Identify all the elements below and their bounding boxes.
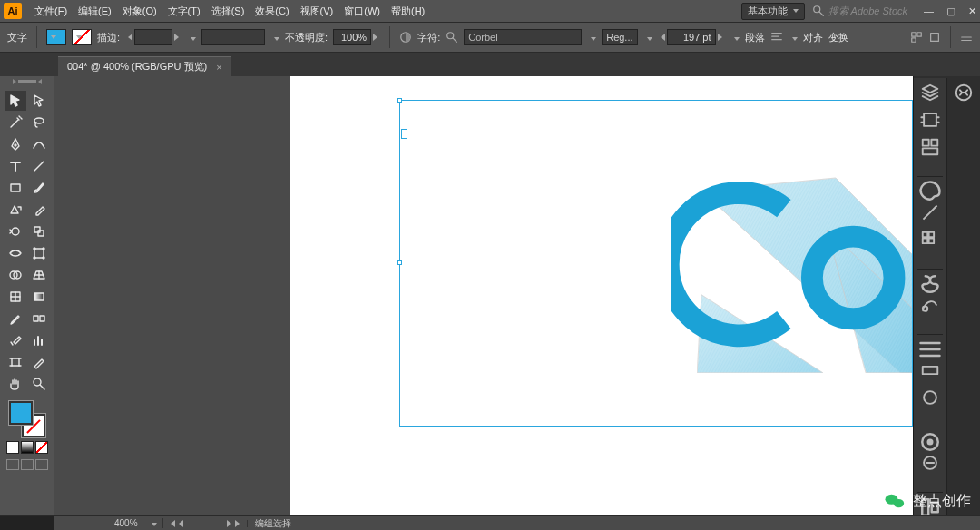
fill-color[interactable] (9, 401, 33, 425)
font-family-dropdown[interactable] (587, 32, 596, 43)
font-size-value[interactable]: 197 pt (667, 29, 716, 45)
asset-panel-icon[interactable] (920, 138, 940, 156)
free-transform-tool[interactable] (28, 243, 50, 263)
none-mode[interactable] (35, 441, 48, 454)
window-maximize-icon[interactable]: ▢ (946, 5, 956, 17)
paragraph-label[interactable]: 段落 (745, 31, 765, 44)
stroke-weight-value[interactable] (134, 29, 172, 45)
document-tab[interactable]: 004* @ 400% (RGB/GPU 预览) × (58, 56, 231, 76)
gradient-mode[interactable] (21, 441, 34, 454)
hand-tool[interactable] (5, 374, 26, 394)
paragraph-align-icon[interactable] (770, 31, 783, 44)
direct-selection-tool[interactable] (28, 91, 50, 111)
chevron-right-icon[interactable] (718, 34, 725, 41)
chevron-right-icon[interactable] (373, 34, 380, 41)
transparency-panel-icon[interactable] (920, 388, 940, 407)
brush-popup[interactable] (270, 32, 279, 43)
bridge-icon[interactable] (430, 0, 439, 22)
scale-tool[interactable] (28, 221, 50, 241)
shaper-tool[interactable] (5, 200, 26, 220)
stock-search[interactable]: 搜索 Adobe Stock (812, 5, 907, 18)
edit-mode-icon[interactable] (928, 31, 941, 44)
color-panel-icon[interactable] (917, 176, 943, 194)
gradient-panel-icon[interactable] (920, 361, 940, 379)
stroke-swatch[interactable] (72, 29, 92, 45)
fill-stroke-control[interactable] (9, 401, 45, 437)
artboards-panel-icon[interactable] (920, 111, 940, 129)
lasso-tool[interactable] (28, 113, 50, 132)
draw-normal[interactable] (6, 459, 19, 470)
artboard-nav[interactable] (163, 520, 248, 527)
blend-tool[interactable] (28, 309, 50, 329)
type-tool[interactable] (5, 156, 26, 176)
search-icon[interactable] (446, 31, 458, 44)
isolate-icon[interactable] (910, 31, 923, 44)
paintbrush-tool[interactable] (28, 178, 50, 198)
fill-swatch[interactable] (46, 29, 66, 45)
menu-file[interactable]: 文件(F) (29, 0, 73, 22)
draw-behind[interactable] (21, 459, 34, 470)
stroke-popup[interactable] (187, 32, 196, 43)
column-graph-tool[interactable] (28, 330, 50, 350)
width-tool[interactable] (5, 243, 26, 263)
curvature-tool[interactable] (28, 134, 50, 154)
transform-label[interactable]: 变换 (828, 31, 848, 44)
artboard-tool[interactable] (5, 352, 26, 372)
selection-handle[interactable] (397, 260, 402, 265)
menu-view[interactable]: 视图(V) (295, 0, 339, 22)
menu-object[interactable]: 对象(O) (117, 0, 162, 22)
line-tool[interactable] (28, 156, 50, 176)
graphic-styles-panel-icon[interactable] (920, 454, 940, 472)
paragraph-dropdown[interactable] (789, 32, 798, 43)
align-label[interactable]: 对齐 (803, 31, 823, 44)
selection-bounding-box[interactable] (399, 100, 913, 427)
rotate-tool[interactable] (5, 221, 26, 241)
menu-help[interactable]: 帮助(H) (386, 0, 430, 22)
chevron-left-icon[interactable] (179, 520, 183, 527)
stock-icon[interactable]: St (439, 0, 448, 22)
tools-grip[interactable] (7, 80, 47, 89)
arrange-icon[interactable] (448, 0, 457, 22)
stroke-panel-icon[interactable] (917, 334, 943, 352)
menu-window[interactable]: 窗口(W) (338, 0, 386, 22)
appearance-panel-icon[interactable] (917, 427, 943, 445)
chevron-left-icon[interactable] (658, 34, 665, 41)
menu-edit[interactable]: 编辑(E) (73, 0, 117, 22)
slice-tool[interactable] (28, 352, 50, 372)
libraries-panel-icon[interactable] (954, 83, 974, 102)
font-style-select[interactable]: Reg... (602, 29, 637, 45)
chevron-left-icon[interactable] (125, 34, 132, 41)
perspective-tool[interactable] (28, 265, 50, 285)
chevron-left-icon[interactable] (171, 520, 175, 527)
font-style-dropdown[interactable] (643, 32, 652, 43)
chevron-down-icon[interactable] (148, 518, 157, 528)
chevron-right-icon[interactable] (235, 520, 240, 527)
chevron-right-icon[interactable] (227, 520, 231, 527)
selection-handle[interactable] (397, 98, 402, 103)
brush-definition[interactable] (201, 29, 265, 45)
layers-panel-icon[interactable] (920, 83, 940, 102)
opacity-value[interactable]: 100% (333, 29, 371, 45)
pen-tool[interactable] (5, 134, 26, 154)
close-icon[interactable]: × (216, 62, 221, 73)
zoom-tool[interactable] (28, 374, 50, 394)
opacity-stepper[interactable]: 100% (333, 29, 380, 45)
symbols-panel-icon[interactable] (917, 269, 943, 287)
window-close-icon[interactable]: ✕ (968, 5, 976, 17)
menu-effect[interactable]: 效果(C) (250, 0, 294, 22)
swatches-panel-icon[interactable] (920, 231, 940, 249)
font-size-dropdown[interactable] (730, 32, 740, 43)
workspace-switcher[interactable]: 基本功能 (741, 3, 805, 20)
shape-builder-tool[interactable] (5, 265, 26, 285)
panel-menu-icon[interactable] (960, 31, 973, 44)
rectangle-tool[interactable] (5, 178, 26, 198)
canvas[interactable] (54, 76, 913, 515)
draw-inside[interactable] (35, 459, 48, 470)
recolor-icon[interactable] (399, 31, 412, 44)
magic-wand-tool[interactable] (5, 113, 26, 132)
zoom-level[interactable]: 400% (109, 518, 163, 528)
chevron-right-icon[interactable] (174, 34, 181, 41)
solid-color-mode[interactable] (6, 441, 19, 454)
selection-tool[interactable] (5, 91, 26, 111)
window-minimize-icon[interactable]: — (924, 5, 934, 17)
